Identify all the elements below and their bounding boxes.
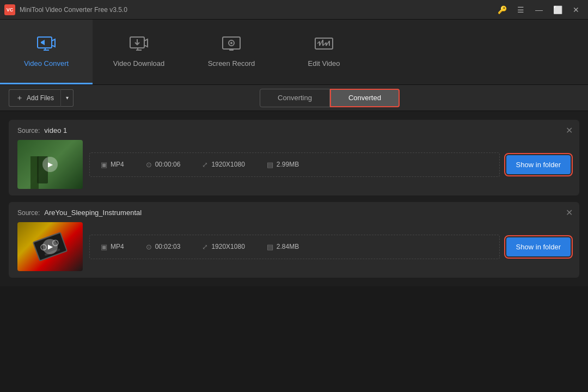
tabs-container: Converting Converted (80, 89, 579, 107)
nav-label-video-convert: Video Convert (24, 59, 69, 68)
card-close-2[interactable]: ✕ (566, 207, 573, 218)
tab-converted[interactable]: Converted (330, 89, 400, 107)
show-in-folder-btn-1[interactable]: Show in folder (506, 155, 571, 174)
main-content: Source: video 1 ✕ ▶ ▣ MP4 ⊙ 00:00:06 ⤢ (0, 111, 588, 286)
video-convert-icon (36, 35, 56, 55)
duration-info-2: ⊙ 00:02:03 (146, 243, 181, 251)
card-header-1: Source: video 1 (17, 126, 571, 134)
add-files-button[interactable]: ＋ Add Files (9, 89, 60, 107)
resolution-icon-1: ⤢ (202, 161, 208, 169)
edit-video-icon (314, 35, 334, 55)
nav-label-edit-video: Edit Video (308, 59, 340, 68)
play-icon-1: ▶ (42, 157, 58, 172)
svg-point-4 (230, 42, 232, 44)
app-title: MiniTool Video Converter Free v3.5.0 (20, 6, 494, 14)
add-files-dropdown-button[interactable]: ▾ (60, 89, 74, 107)
video-card-2: Source: AreYou_Sleeping_Instrumental ✕ ▶… (9, 202, 579, 278)
video-download-icon (129, 35, 149, 55)
duration-info-1: ⊙ 00:00:06 (146, 161, 181, 169)
nav-item-video-download[interactable]: Video Download (93, 20, 185, 84)
video-thumb-1: ▶ (17, 140, 83, 189)
format-info-2: ▣ MP4 (101, 243, 124, 251)
tab-converting[interactable]: Converting (260, 89, 330, 107)
size-icon-1: ▤ (267, 161, 273, 169)
add-files-label: Add Files (27, 94, 54, 102)
maximize-btn[interactable]: ⬜ (550, 3, 565, 16)
duration-icon-2: ⊙ (146, 243, 152, 251)
toolbar: ＋ Add Files ▾ Converting Converted (0, 85, 588, 111)
screen-record-icon (222, 35, 241, 55)
resolution-icon-2: ⤢ (202, 243, 208, 251)
resolution-info-2: ⤢ 1920X1080 (202, 243, 244, 251)
add-files-group: ＋ Add Files ▾ (9, 89, 74, 107)
chevron-down-icon: ▾ (66, 95, 69, 101)
nav-item-edit-video[interactable]: Edit Video (278, 20, 370, 84)
card-header-2: Source: AreYou_Sleeping_Instrumental (17, 209, 571, 217)
video-thumb-2: ▶ (17, 222, 83, 271)
video-info-1: ▣ MP4 ⊙ 00:00:06 ⤢ 1920X1080 ▤ 2.99MB (89, 152, 500, 177)
nav-item-screen-record[interactable]: Screen Record (185, 20, 278, 84)
format-info-1: ▣ MP4 (101, 161, 124, 169)
card-body-2: ▶ ▣ MP4 ⊙ 00:02:03 ⤢ 1920X1080 ▤ 2.84MB (17, 222, 571, 271)
add-icon: ＋ (16, 93, 23, 103)
nav-label-video-download: Video Download (113, 59, 164, 68)
nav-item-video-convert[interactable]: Video Convert (0, 20, 93, 84)
format-icon-2: ▣ (101, 243, 107, 251)
size-info-2: ▤ 2.84MB (267, 243, 299, 251)
nav-label-screen-record: Screen Record (208, 59, 255, 68)
size-info-1: ▤ 2.99MB (267, 161, 299, 169)
title-bar: VC MiniTool Video Converter Free v3.5.0 … (0, 0, 588, 20)
source-name-1: video 1 (44, 126, 67, 134)
menu-btn[interactable]: ☰ (513, 3, 528, 16)
nav-bar: Video Convert Video Download Screen Reco… (0, 20, 588, 85)
source-label-2: Source: (17, 209, 40, 217)
title-controls: 🔑 ☰ — ⬜ ✕ (494, 3, 584, 16)
show-in-folder-btn-2[interactable]: Show in folder (506, 237, 571, 256)
source-label-1: Source: (17, 127, 40, 134)
svg-rect-5 (229, 49, 234, 51)
format-icon-1: ▣ (101, 161, 107, 169)
video-card-1: Source: video 1 ✕ ▶ ▣ MP4 ⊙ 00:00:06 ⤢ (9, 120, 579, 195)
app-logo: VC (4, 4, 15, 15)
size-icon-2: ▤ (267, 243, 273, 251)
duration-icon-1: ⊙ (146, 161, 152, 169)
minimize-btn[interactable]: — (531, 3, 547, 16)
video-info-2: ▣ MP4 ⊙ 00:02:03 ⤢ 1920X1080 ▤ 2.84MB (89, 235, 500, 259)
card-close-1[interactable]: ✕ (566, 125, 573, 136)
card-body-1: ▶ ▣ MP4 ⊙ 00:00:06 ⤢ 1920X1080 ▤ 2.99MB (17, 140, 571, 189)
key-icon-btn[interactable]: 🔑 (494, 3, 510, 16)
source-name-2: AreYou_Sleeping_Instrumental (44, 209, 142, 217)
resolution-info-1: ⤢ 1920X1080 (202, 161, 244, 169)
play-icon-2: ▶ (42, 239, 58, 254)
close-btn[interactable]: ✕ (568, 3, 584, 16)
